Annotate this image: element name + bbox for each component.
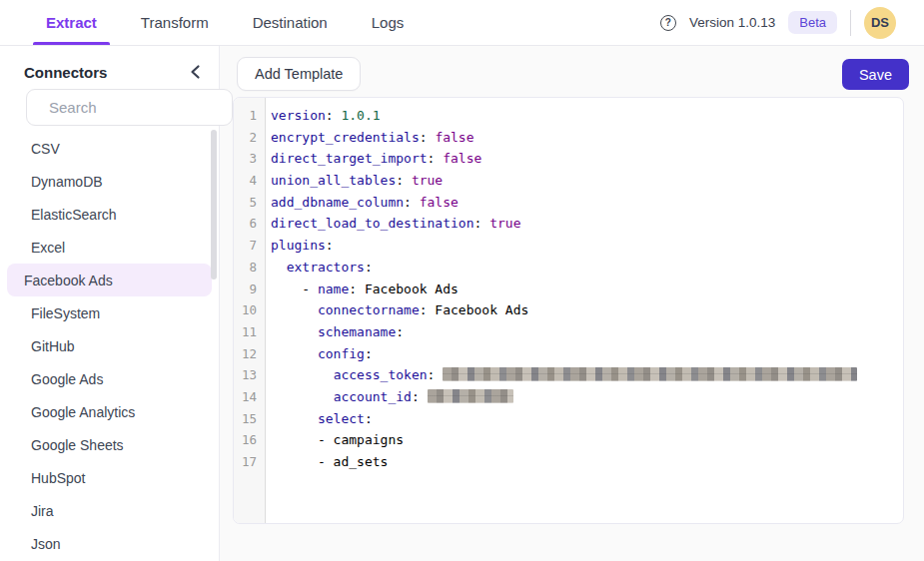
line-number: 10 <box>234 299 265 321</box>
line-number: 16 <box>234 429 265 451</box>
chevron-left-icon <box>190 64 201 80</box>
code-line-5[interactable]: add_dbname_column: false <box>271 192 903 214</box>
code-line-12[interactable]: config: <box>271 343 903 365</box>
redacted-value <box>443 367 857 381</box>
sidebar-scrollbar[interactable] <box>211 130 217 280</box>
connectors-sidebar: Connectors CSVDynamoDBElasticSearchExcel… <box>0 46 220 561</box>
code-line-13[interactable]: access_token: <box>271 364 903 386</box>
help-icon[interactable]: ? <box>660 15 676 31</box>
line-number: 8 <box>234 257 265 279</box>
line-number: 11 <box>234 321 265 343</box>
top-nav: Extract Transform Destination Logs ? Ver… <box>0 0 924 46</box>
save-button[interactable]: Save <box>842 59 909 90</box>
nav-tabs: Extract Transform Destination Logs <box>33 0 417 45</box>
connector-item-github[interactable]: GitHub <box>7 329 212 362</box>
connector-item-filesystem[interactable]: FileSystem <box>7 296 212 329</box>
tab-transform[interactable]: Transform <box>128 0 222 45</box>
version-label: Version 1.0.13 <box>689 15 775 30</box>
sidebar-title: Connectors <box>24 64 107 81</box>
line-number: 4 <box>234 170 265 192</box>
code-line-6[interactable]: direct_load_to_destination: true <box>271 213 903 235</box>
connector-item-csv[interactable]: CSV <box>7 132 212 165</box>
code-line-17[interactable]: - ad_sets <box>271 451 903 473</box>
avatar[interactable]: DS <box>864 7 896 39</box>
line-number: 7 <box>234 235 265 257</box>
line-number: 17 <box>234 451 265 473</box>
line-number: 12 <box>234 343 265 365</box>
connector-item-excel[interactable]: Excel <box>7 231 212 264</box>
code-line-1[interactable]: version: 1.0.1 <box>271 105 903 127</box>
code-line-15[interactable]: select: <box>271 408 903 430</box>
line-number: 1 <box>234 105 265 127</box>
line-number: 9 <box>234 279 265 300</box>
connector-item-google-ads[interactable]: Google Ads <box>7 362 212 395</box>
beta-badge: Beta <box>788 11 837 34</box>
connector-item-jira[interactable]: Jira <box>7 494 212 527</box>
code-line-3[interactable]: direct_target_import: false <box>271 148 903 170</box>
connector-item-facebook-ads[interactable]: Facebook Ads <box>7 264 212 296</box>
line-number: 13 <box>234 364 265 386</box>
connector-item-json[interactable]: Json <box>7 527 212 560</box>
line-number: 2 <box>234 127 265 149</box>
code-line-7[interactable]: plugins: <box>271 235 903 257</box>
line-number: 15 <box>234 408 265 430</box>
code-line-8[interactable]: extractors: <box>271 257 903 279</box>
connector-item-google-sheets[interactable]: Google Sheets <box>7 428 212 461</box>
code-line-10[interactable]: connectorname: Facebook Ads <box>271 299 903 321</box>
yaml-editor[interactable]: 1234567891011121314151617 version: 1.0.1… <box>233 97 904 524</box>
editor-code-area[interactable]: version: 1.0.1encrypt_credentials: false… <box>267 98 903 523</box>
connector-item-hubspot[interactable]: HubSpot <box>7 461 212 494</box>
code-line-9[interactable]: - name: Facebook Ads <box>271 279 903 300</box>
code-line-2[interactable]: encrypt_credentials: false <box>271 127 903 149</box>
line-number: 6 <box>234 213 265 235</box>
line-number: 5 <box>234 192 265 214</box>
connector-list: CSVDynamoDBElasticSearchExcelFacebook Ad… <box>0 132 219 560</box>
connector-search <box>26 89 233 126</box>
header-divider <box>850 10 851 36</box>
line-number: 3 <box>234 148 265 170</box>
tab-destination[interactable]: Destination <box>240 0 341 45</box>
tab-extract[interactable]: Extract <box>33 0 110 45</box>
collapse-sidebar-button[interactable] <box>188 62 203 82</box>
code-line-14[interactable]: account_id: <box>271 386 903 408</box>
code-line-16[interactable]: - campaigns <box>271 429 903 451</box>
connector-item-google-analytics[interactable]: Google Analytics <box>7 395 212 428</box>
editor-gutter: 1234567891011121314151617 <box>234 98 266 523</box>
redacted-value <box>428 389 513 403</box>
line-number: 14 <box>234 386 265 408</box>
code-line-4[interactable]: union_all_tables: true <box>271 170 903 192</box>
search-input[interactable] <box>49 99 248 116</box>
header-right-cluster: ? Version 1.0.13 Beta DS <box>660 0 896 45</box>
connector-item-dynamodb[interactable]: DynamoDB <box>7 165 212 198</box>
connector-item-elasticsearch[interactable]: ElasticSearch <box>7 198 212 231</box>
code-line-11[interactable]: schemaname: <box>271 321 903 343</box>
tab-logs[interactable]: Logs <box>359 0 418 45</box>
add-template-button[interactable]: Add Template <box>237 57 361 91</box>
